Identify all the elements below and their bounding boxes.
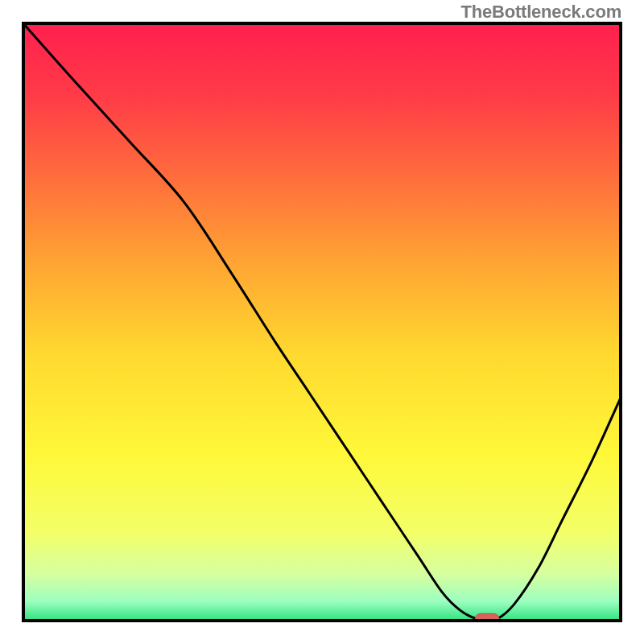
chart-svg (22, 22, 622, 622)
optimal-marker (475, 613, 499, 622)
watermark-text: TheBottleneck.com (460, 2, 621, 23)
gradient-background (22, 22, 622, 622)
chart-frame: TheBottleneck.com (0, 0, 644, 644)
plot-area (22, 22, 622, 622)
